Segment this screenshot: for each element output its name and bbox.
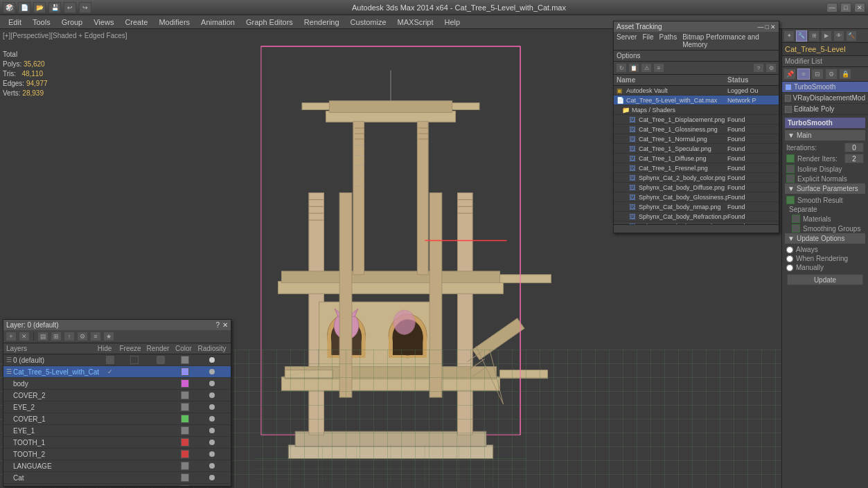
asset-row-normal[interactable]: 🖼 Cat_Tree_1_Normal.png Found [614,134,779,144]
menu-create[interactable]: Create [119,17,153,27]
layer-row-tooth2[interactable]: TOOTH_2 [3,449,231,460]
maximize-btn[interactable]: □ [840,3,851,12]
asset-all-btn[interactable]: ≡ [653,63,664,73]
vray-checkbox[interactable] [785,95,791,102]
manually-radio[interactable] [786,264,793,271]
config-modsets-btn[interactable]: ⚙ [825,69,838,80]
layer-row-body[interactable]: body [3,378,231,390]
layer-highlight-btn[interactable]: ★ [103,332,114,341]
layer-delete-btn[interactable]: ✕ [19,332,30,341]
asset-row-glossiness[interactable]: 🖼 Cat_Tree_1_Glossiness.png Found [614,125,779,134]
modifier-turbosmooth[interactable]: TurboSmooth [782,82,868,93]
when-rendering-radio[interactable] [786,255,793,262]
asset-help-btn[interactable]: ? [753,63,764,73]
asset-row-specular[interactable]: 🖼 Cat_Tree_1_Specular.png Found [614,144,779,154]
asset-scrollbar[interactable] [614,224,779,233]
menu-maxscript[interactable]: MAXScript [392,17,439,27]
layer-cover1-color[interactable] [181,415,189,423]
layer-add-obj-btn[interactable]: ▤ [37,332,48,341]
render-iters-input[interactable] [844,154,864,163]
menu-rendering[interactable]: Rendering [299,17,345,27]
asset-row-bodycolor[interactable]: 🖼 Sphynx_Cat_2_body_color.png Found [614,173,779,183]
hierarchy-icon[interactable]: ⊞ [808,30,820,42]
asset-row-bodyspecular[interactable]: 🖼 Sphynx_Cat_body_Specular.png Found [614,222,779,224]
layers-help-btn[interactable]: ? [215,321,220,329]
asset-row-bodyglass[interactable]: 🖼 Sphynx_Cat_body_Glossiness.png Found [614,192,779,202]
layer-move-btn[interactable]: ↑ [64,332,75,341]
utilities-icon[interactable]: 🔨 [846,30,857,42]
asset-minimize-btn[interactable]: — [758,24,764,30]
asset-menu-options[interactable]: Options [617,52,640,60]
update-button[interactable]: Update [787,274,863,285]
asset-row-vault[interactable]: ▣ Autodesk Vault Logged Ou [614,86,779,96]
menu-graph-editors[interactable]: Graph Editors [240,17,299,27]
show-active-btn[interactable]: ⊟ [811,69,824,80]
minimize-btn[interactable]: — [826,3,838,12]
asset-menu-bitmap[interactable]: Bitmap Performance and Memory [682,33,776,48]
update-collapse[interactable]: ▼ Update Options [785,233,865,244]
layer-all-btn[interactable]: ≡ [90,332,101,341]
layer-row-cat[interactable]: Cat [3,472,231,484]
asset-menu-server[interactable]: Server [617,33,637,48]
main-collapse[interactable]: ▼ Main [785,130,865,141]
asset-maximize-btn[interactable]: □ [765,24,769,30]
layer-0-color[interactable] [181,356,189,364]
explicit-normals-checkbox[interactable] [786,174,795,183]
layer-row-cover1[interactable]: COVER_1 [3,413,231,425]
pin-stack-btn[interactable]: 📌 [783,69,796,80]
show-all-btn[interactable]: ≡ [797,69,810,80]
asset-row-bodyrefraction[interactable]: 🖼 Sphynx_Cat_body_Refraction.png Found [614,212,779,222]
layer-row-0[interactable]: ☰ 0 (default) [3,354,231,366]
modify-icon[interactable]: 🔧 [796,30,807,42]
isoline-checkbox[interactable] [786,165,795,173]
menu-modifiers[interactable]: Modifiers [153,17,195,27]
layer-0-render[interactable] [157,356,165,364]
save-btn[interactable]: 💾 [48,2,61,13]
layer-row-eye1[interactable]: EYE_1 [3,425,231,437]
open-btn[interactable]: 📂 [33,2,46,13]
layer-tooth2-color[interactable] [181,450,189,458]
layer-row-cat-tree[interactable]: ☰ Cat_Tree_5-Level_with_Cat ✓ [3,366,231,378]
layer-eye1-color[interactable] [181,426,189,435]
menu-tools[interactable]: Tools [27,17,56,27]
modifier-editable-poly[interactable]: Editable Poly [782,104,868,115]
layers-close-btn[interactable]: ✕ [222,321,228,329]
redo-btn[interactable]: ↪ [79,2,91,13]
layer-row-language[interactable]: LANGUAGE [3,460,231,472]
asset-missing-btn[interactable]: ⚠ [641,63,652,73]
modifier-vray[interactable]: VRayDisplacementMod [782,93,868,104]
layer-language-color[interactable] [181,462,189,470]
new-btn[interactable]: 📄 [18,2,30,13]
layer-cat2-color[interactable] [181,473,189,482]
asset-row-bodydiffuse[interactable]: 🖼 Sphynx_Cat_body_Diffuse.png Found [614,183,779,192]
render-iters-checkbox[interactable] [786,154,795,163]
motion-icon[interactable]: ▶ [821,30,832,42]
layer-settings-btn[interactable]: ⚙ [77,332,88,341]
layer-row-eye2[interactable]: EYE_2 [3,401,231,413]
smoothing-checkbox[interactable] [792,224,800,233]
asset-row-diffuse[interactable]: 🖼 Cat_Tree_1_Diffuse.png Found [614,154,779,163]
layer-row-cattree5[interactable]: Cat_Tree_5Level [3,484,231,486]
menu-customize[interactable]: Customize [345,17,392,27]
menu-edit[interactable]: Edit [3,17,27,27]
turbosmooth-checkbox[interactable] [785,84,792,91]
asset-row-bodynmap[interactable]: 🖼 Sphynx_Cat_body_nmap.png Found [614,202,779,212]
editable-poly-checkbox[interactable] [785,106,792,113]
surface-collapse[interactable]: ▼ Surface Parameters [785,183,865,194]
layer-cat-color[interactable] [181,368,189,376]
iterations-input[interactable] [844,143,864,152]
asset-menu-file[interactable]: File [642,33,653,48]
asset-row-fresnel[interactable]: 🖼 Cat_Tree_1_Fresnel.png Found [614,163,779,173]
smooth-result-checkbox[interactable] [786,196,795,204]
always-radio[interactable] [786,246,793,253]
menu-help[interactable]: Help [439,17,466,27]
asset-menu-paths[interactable]: Paths [659,33,677,48]
layer-cattree5-color[interactable] [181,485,189,486]
asset-settings-btn[interactable]: ⚙ [765,63,777,73]
layer-body-color[interactable] [181,379,189,388]
asset-refresh-btn[interactable]: ↻ [616,63,627,73]
layer-0-freeze[interactable] [130,356,139,364]
layer-select-btn[interactable]: ⊞ [51,332,62,341]
menu-group[interactable]: Group [56,17,89,27]
layer-eye2-color[interactable] [181,403,189,411]
